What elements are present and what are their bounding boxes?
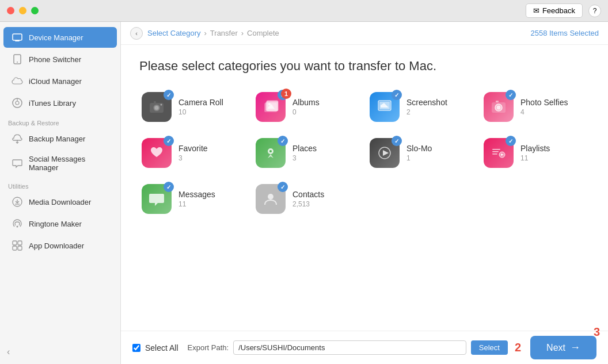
- svg-rect-12: [13, 241, 17, 245]
- category-item-places[interactable]: ✓ Places 3: [253, 136, 362, 170]
- social-messages-icon: [12, 158, 23, 169]
- feedback-button[interactable]: ✉ Feedback: [526, 3, 583, 18]
- sidebar-item-itunes-library[interactable]: iTunes Library: [3, 93, 117, 113]
- category-area: Please select categories you want to tra…: [121, 45, 608, 331]
- sidebar-item-device-manager[interactable]: Device Manager: [3, 27, 117, 48]
- sidebar-label-icloud-manager: iCloud Manager: [29, 77, 82, 86]
- playlists-name: Playlists: [520, 144, 550, 153]
- camera-roll-name: Camera Roll: [178, 98, 223, 107]
- places-info: Places 3: [292, 144, 317, 162]
- topbar-left: ‹ Select Category › Transfer › Complete: [130, 27, 279, 40]
- itunes-library-icon: [12, 97, 23, 109]
- slomo-count: 1: [406, 154, 432, 162]
- ringtone-maker-icon: [12, 218, 23, 229]
- selfies-info: Photo Selfies 4: [520, 98, 568, 116]
- svg-rect-37: [492, 151, 499, 152]
- select-all-checkbox[interactable]: [132, 344, 140, 352]
- titlebar: ✉ Feedback ?: [0, 0, 608, 22]
- app-downloader-icon: [12, 240, 23, 251]
- sidebar-label-itunes-library: iTunes Library: [29, 99, 76, 108]
- sidebar-label-backup-manager: Backup Manager: [29, 135, 85, 143]
- collapse-sidebar-button[interactable]: ‹: [5, 344, 12, 359]
- svg-point-25: [268, 103, 271, 105]
- svg-point-11: [17, 226, 18, 228]
- next-button-label: Next: [546, 343, 565, 353]
- minimize-button[interactable]: [19, 7, 26, 14]
- messages-check: ✓: [164, 182, 174, 192]
- export-path-input[interactable]: [233, 340, 466, 355]
- contacts-icon-wrap: ✓: [256, 184, 286, 214]
- sidebar-item-phone-switcher[interactable]: Phone Switcher: [3, 49, 117, 70]
- maximize-button[interactable]: [31, 7, 39, 14]
- places-icon-wrap: ✓: [256, 138, 286, 168]
- category-item-playlists[interactable]: ✓ Playlists 11: [481, 136, 590, 170]
- sidebar-item-app-downloader[interactable]: App Downloader: [3, 235, 117, 256]
- utilities-section-label: Utilities: [0, 177, 120, 191]
- messages-icon-wrap: ✓: [142, 184, 172, 214]
- favorite-icon-wrap: ✓: [142, 138, 172, 168]
- main-content: ‹ Select Category › Transfer › Complete …: [121, 22, 608, 364]
- albums-info: Albums 0: [292, 98, 320, 116]
- svg-rect-31: [496, 101, 499, 102]
- category-item-albums[interactable]: ✓ 1 Albums 0: [253, 90, 362, 124]
- help-button[interactable]: ?: [588, 5, 601, 17]
- category-item-favorite[interactable]: ✓ Favorite 3: [139, 136, 248, 170]
- svg-rect-15: [18, 246, 22, 250]
- sidebar-item-media-downloader[interactable]: Media Downloader: [3, 191, 117, 212]
- albums-count: 0: [292, 108, 320, 116]
- breadcrumb-sep2: ›: [241, 29, 244, 37]
- next-button[interactable]: Next →: [530, 336, 596, 359]
- sidebar-label-app-downloader: App Downloader: [29, 242, 84, 250]
- select-all-label: Select All: [145, 343, 178, 352]
- window-controls: [7, 7, 39, 14]
- select-path-button[interactable]: Select: [471, 340, 508, 355]
- close-button[interactable]: [7, 7, 14, 14]
- category-item-messages[interactable]: ✓ Messages 11: [139, 182, 248, 216]
- svg-point-33: [269, 150, 272, 152]
- favorite-info: Favorite 3: [178, 144, 208, 162]
- device-manager-icon: [12, 32, 23, 43]
- feedback-label: Feedback: [542, 6, 575, 15]
- svg-marker-35: [383, 150, 389, 156]
- camera-roll-info: Camera Roll 10: [178, 98, 223, 116]
- help-label: ?: [593, 7, 597, 15]
- step2-badge: 2: [515, 341, 521, 354]
- svg-rect-1: [15, 40, 20, 41]
- breadcrumb-sep1: ›: [204, 29, 207, 37]
- category-item-photo-selfies[interactable]: ✓ Photo Selfies 4: [481, 90, 590, 124]
- next-wrap: 3 Next →: [530, 336, 596, 359]
- camera-roll-check: ✓: [164, 90, 174, 100]
- next-arrow-icon: →: [570, 342, 580, 354]
- screenshot-check: ✓: [392, 90, 402, 100]
- selfies-icon-wrap: ✓: [484, 92, 514, 122]
- back-button[interactable]: ‹: [130, 27, 143, 40]
- albums-badge: 1: [281, 89, 291, 99]
- albums-name: Albums: [292, 98, 320, 107]
- screenshot-icon-wrap: ✓: [370, 92, 400, 122]
- select-all-wrap: Select All: [132, 343, 178, 352]
- category-item-contacts[interactable]: ✓ Contacts 2,513: [253, 182, 362, 216]
- sidebar-item-icloud-manager[interactable]: iCloud Manager: [3, 71, 117, 91]
- svg-rect-19: [154, 101, 156, 103]
- contacts-info: Contacts 2,513: [292, 190, 324, 208]
- sidebar-item-ringtone-maker[interactable]: Ringtone Maker: [3, 213, 117, 234]
- sidebar-item-social-messages-manager[interactable]: Social Messages Manager: [3, 150, 117, 177]
- category-item-screenshot[interactable]: ✓ Screenshot 2: [367, 90, 476, 124]
- playlists-count: 11: [520, 154, 550, 162]
- select-button-label: Select: [479, 343, 500, 352]
- export-path-wrap: Export Path: Select 2: [188, 340, 522, 355]
- svg-rect-13: [18, 241, 22, 245]
- feedback-icon: ✉: [533, 6, 539, 15]
- slomo-icon-wrap: ✓: [370, 138, 400, 168]
- playlists-info: Playlists 11: [520, 144, 550, 162]
- bottombar: Select All Export Path: Select 2 3 Next …: [121, 331, 608, 364]
- selfies-count: 4: [520, 108, 568, 116]
- category-item-camera-roll[interactable]: ✓ Camera Roll 10: [139, 90, 248, 124]
- icloud-manager-icon: [12, 75, 23, 87]
- playlists-check: ✓: [506, 136, 516, 146]
- favorite-count: 3: [178, 154, 208, 162]
- phone-switcher-icon: [12, 53, 23, 65]
- category-item-slo-mo[interactable]: ✓ Slo-Mo 1: [367, 136, 476, 170]
- svg-point-41: [268, 194, 273, 200]
- sidebar-item-backup-manager[interactable]: Backup Manager: [3, 128, 117, 149]
